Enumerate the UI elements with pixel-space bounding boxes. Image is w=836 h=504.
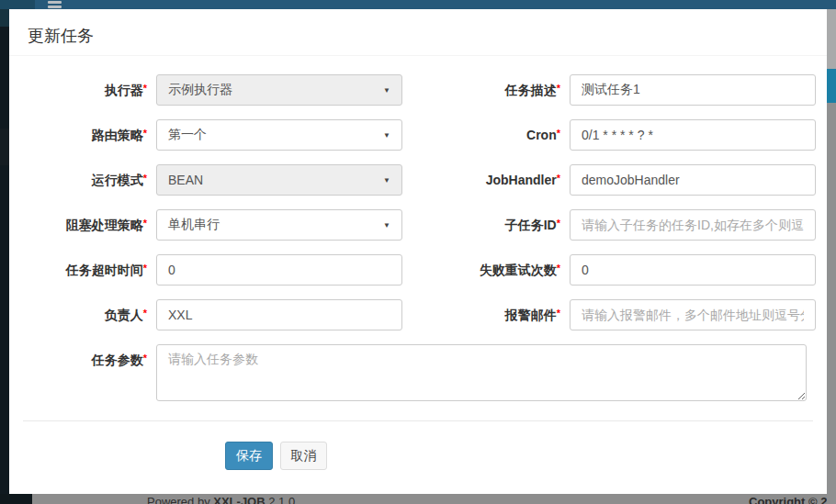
alarm-email-input[interactable]: [570, 299, 816, 330]
route-strategy-select[interactable]: 第一个 ▼: [156, 119, 402, 151]
top-navbar: [0, 0, 836, 9]
form-row-block-childid: 阻塞处理策略* 单机串行 ▼ 子任务ID*: [9, 209, 827, 241]
update-task-modal: 更新任务 执行器* 示例执行器 ▼ 任务描述* 路由策略* 第一个 ▼: [9, 9, 827, 494]
block-strategy-select[interactable]: 单机串行 ▼: [156, 209, 402, 241]
fail-retry-label: 失败重试次数*: [423, 254, 560, 286]
chevron-down-icon: ▼: [383, 221, 390, 230]
cancel-button[interactable]: 取消: [280, 442, 327, 470]
route-strategy-label: 路由策略*: [9, 119, 147, 151]
save-button[interactable]: 保存: [225, 442, 273, 470]
glue-type-label: 运行模式*: [9, 164, 147, 196]
divider: [23, 420, 813, 421]
required-asterisk: *: [557, 263, 560, 274]
glue-type-select-value: BEAN: [168, 173, 203, 187]
fail-retry-input[interactable]: [570, 254, 816, 286]
required-asterisk: *: [143, 218, 147, 229]
sidebar-segment: [0, 9, 9, 27]
footer-brand: XXL-JOB: [213, 495, 265, 504]
job-desc-input[interactable]: [570, 74, 816, 106]
hamburger-menu-icon[interactable]: [48, 1, 62, 9]
vertical-scrollbar[interactable]: [827, 9, 836, 504]
scrollbar-thumb[interactable]: [827, 69, 836, 103]
form-row-timeout-retry: 任务超时时间* 失败重试次数*: [9, 254, 827, 286]
cron-input[interactable]: [570, 119, 816, 151]
job-handler-label: JobHandler*: [423, 164, 560, 196]
required-asterisk: *: [143, 83, 147, 94]
required-asterisk: *: [143, 128, 147, 139]
cron-label: Cron*: [423, 119, 560, 151]
sidebar-strip: [0, 9, 9, 504]
form-row-route-cron: 路由策略* 第一个 ▼ Cron*: [9, 119, 827, 151]
sidebar-bottom-strip: [0, 494, 32, 504]
required-asterisk: *: [143, 353, 147, 364]
block-strategy-label: 阻塞处理策略*: [9, 209, 147, 241]
executor-select-value: 示例执行器: [168, 82, 232, 98]
form-row-author-email: 负责人* 报警邮件*: [9, 299, 827, 330]
required-asterisk: *: [557, 218, 560, 229]
page-footer: Powered by XXL-JOB 2.1.0 Copyright © 2: [32, 494, 827, 504]
footer-copyright: Copyright © 2: [749, 495, 827, 504]
alarm-email-label: 报警邮件*: [423, 299, 560, 330]
form-row-executor: 执行器* 示例执行器 ▼ 任务描述*: [9, 74, 827, 106]
executor-select[interactable]: 示例执行器 ▼: [156, 74, 402, 106]
required-asterisk: *: [143, 263, 147, 274]
sidebar-segment: [0, 129, 9, 165]
child-jobid-input[interactable]: [570, 209, 816, 241]
job-handler-input[interactable]: [570, 164, 816, 196]
job-param-textarea[interactable]: [156, 344, 807, 401]
required-asterisk: *: [143, 308, 147, 319]
form-row-job-param: 任务参数*: [9, 344, 827, 401]
required-asterisk: *: [143, 173, 147, 184]
update-task-form: 执行器* 示例执行器 ▼ 任务描述* 路由策略* 第一个 ▼ Cron*: [9, 9, 827, 494]
footer-powered-by: Powered by XXL-JOB 2.1.0: [147, 495, 295, 504]
required-asterisk: *: [557, 128, 560, 139]
page: Powered by XXL-JOB 2.1.0 Copyright © 2 更…: [0, 0, 836, 504]
author-label: 负责人*: [9, 299, 147, 330]
route-strategy-select-value: 第一个: [168, 127, 207, 143]
glue-type-select[interactable]: BEAN ▼: [156, 164, 402, 196]
chevron-down-icon: ▼: [383, 176, 390, 185]
form-row-gluetype-handler: 运行模式* BEAN ▼ JobHandler*: [9, 164, 827, 196]
chevron-down-icon: ▼: [383, 86, 390, 95]
author-input[interactable]: [156, 299, 402, 330]
child-jobid-label: 子任务ID*: [423, 209, 560, 241]
timeout-label: 任务超时时间*: [9, 254, 147, 286]
navbar-logo-area: [0, 0, 35, 9]
job-desc-label: 任务描述*: [423, 74, 560, 106]
chevron-down-icon: ▼: [383, 131, 390, 140]
scrollbar-track[interactable]: [827, 9, 836, 69]
block-strategy-select-value: 单机串行: [168, 217, 220, 233]
required-asterisk: *: [557, 173, 560, 184]
required-asterisk: *: [557, 308, 560, 319]
job-param-label: 任务参数*: [9, 344, 147, 375]
timeout-input[interactable]: [156, 254, 402, 286]
executor-label: 执行器*: [9, 74, 147, 106]
required-asterisk: *: [557, 83, 560, 94]
